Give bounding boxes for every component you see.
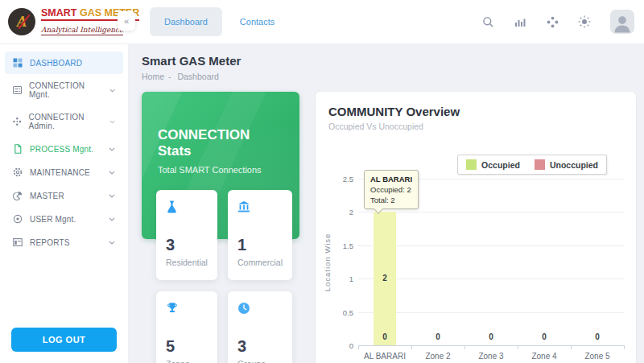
logo-icon: A (8, 8, 35, 35)
sidebar-item-label: REPORTS (30, 238, 70, 247)
stat-tiles: 3 Residential 1 Commercial 5 Zones (156, 190, 285, 363)
search-icon[interactable] (481, 15, 494, 28)
stat-tile-groups[interactable]: 3 Groups (228, 291, 292, 363)
tooltip-title: AL BARARI (370, 175, 412, 184)
tooltip-line: Total: 2 (370, 196, 412, 204)
sidebar-item-label: CONNECTION Admin. (29, 113, 102, 130)
connection-stats-section: CONNECTION Stats Total SMART Connections… (142, 92, 299, 363)
stat-value: 3 (237, 337, 283, 356)
stats-card-title: CONNECTION Stats (158, 127, 283, 159)
gridline (358, 312, 624, 313)
logo-letter: A (17, 13, 27, 31)
gridline (358, 278, 624, 279)
stat-label: Residential (166, 258, 208, 267)
chart-card: COMMUNITY Overview Occupied Vs Unoccupie… (316, 92, 636, 363)
tab-dashboard[interactable]: Dashboard (150, 7, 222, 36)
logout-button[interactable]: LOG OUT (11, 328, 117, 352)
report-icon (13, 237, 23, 247)
x-axis-tick (464, 345, 465, 349)
top-actions (481, 10, 634, 34)
stat-label: Zones (166, 359, 208, 363)
chevron-down-icon (109, 241, 115, 245)
list-card-icon (13, 85, 22, 95)
y-tick-label: 0.5 (321, 308, 353, 317)
breadcrumb-separator: - (168, 72, 171, 81)
sidebar: DASHBOARD CONNECTION Mgnt. CONNECTION Ad… (0, 44, 129, 363)
trophy-icon (166, 302, 208, 316)
bar-value-label: 0 (533, 332, 555, 341)
sidebar-item-process-mgnt[interactable]: PROCESS Mgnt. (5, 138, 123, 160)
sidebar-item-master[interactable]: MASTER (5, 184, 123, 207)
chart-tooltip: AL BARARI Occupied: 2 Total: 2 (364, 170, 419, 209)
chevron-down-icon (109, 217, 115, 221)
sidebar-item-reports[interactable]: REPORTS (5, 231, 123, 254)
brand-tagline: Analytical Intelligence (41, 27, 123, 35)
tooltip-line: Occupied: 2 (370, 185, 412, 194)
user-icon (13, 214, 23, 224)
gridline (358, 245, 624, 246)
breadcrumb-current: Dashboard (177, 72, 218, 81)
grid-icon (13, 58, 23, 68)
x-axis-tick (411, 345, 412, 349)
sidebar-item-label: CONNECTION Mgnt. (29, 81, 102, 99)
chevron-down-icon (109, 171, 115, 175)
dots-icon (13, 117, 22, 126)
y-axis-title: Location Wise (323, 233, 332, 291)
sidebar-item-label: PROCESS Mgnt. (30, 145, 93, 154)
x-category-label: Zone 5 (571, 352, 624, 361)
chart-plot-area: 00.511.522.5AL BARARIZone 2Zone 3Zone 4Z… (316, 92, 636, 363)
sidebar-item-user-mgnt[interactable]: USER Mgnt. (5, 208, 123, 230)
sidebar-item-maintenance[interactable]: MAINTENANCE (5, 161, 123, 184)
chevron-down-icon (109, 194, 115, 198)
x-category-label: Zone 3 (464, 352, 518, 361)
stat-value: 3 (166, 236, 208, 254)
x-category-label: Zone 2 (411, 352, 464, 361)
x-axis-tick (518, 345, 518, 349)
gridline (358, 212, 624, 212)
collapse-chevrons-icon: « (124, 16, 129, 26)
apps-icon[interactable] (546, 15, 559, 28)
stat-tile-residential[interactable]: 3 Residential (156, 190, 217, 280)
sidebar-item-label: USER Mgnt. (30, 215, 76, 224)
bar-value-label: 2 (374, 274, 396, 283)
stat-label: Groups (237, 359, 283, 363)
x-axis-tick (358, 345, 359, 349)
stat-tile-zones[interactable]: 5 Zones (156, 291, 217, 363)
flask-icon (166, 200, 208, 215)
pie-icon (13, 191, 23, 200)
sidebar-item-dashboard[interactable]: DASHBOARD (5, 52, 123, 74)
user-avatar[interactable] (610, 10, 634, 34)
sidebar-item-label: DASHBOARD (30, 59, 82, 68)
bank-icon (237, 200, 283, 215)
breadcrumb: Home- Dashboard (142, 72, 636, 81)
breadcrumb-home[interactable]: Home (142, 72, 164, 81)
bar-value-label: 0 (480, 332, 502, 341)
brand-name-primary: SMART (41, 7, 76, 19)
chevron-down-icon (109, 147, 115, 151)
sidebar-item-label: MASTER (30, 192, 64, 200)
y-tick-label: 2 (321, 208, 353, 217)
clock-icon (237, 302, 283, 316)
main-content: Smart GAS Meter Home- Dashboard CONNECTI… (129, 44, 644, 363)
top-bar: A SMART GAS METER Analytical Intelligenc… (0, 0, 644, 44)
stat-value: 5 (166, 337, 208, 356)
tab-contacts[interactable]: Contacts (225, 7, 289, 36)
sidebar-item-connection-mgnt[interactable]: CONNECTION Mgnt. (5, 75, 123, 105)
stat-value: 1 (237, 236, 283, 254)
sidebar-item-label: MAINTENANCE (30, 168, 90, 177)
stats-icon[interactable] (514, 15, 526, 28)
top-nav-tabs: Dashboard Contacts (150, 7, 289, 36)
app-logo[interactable]: A SMART GAS METER Analytical Intelligenc… (0, 8, 129, 36)
person-icon (612, 13, 633, 34)
sidebar-item-connection-admin[interactable]: CONNECTION Admin. (5, 106, 123, 137)
page-title: Smart GAS Meter (142, 54, 636, 68)
sidebar-collapse-button[interactable]: « (118, 11, 135, 31)
gear-icon (13, 167, 23, 177)
x-category-label: AL BARARI (358, 352, 411, 361)
y-tick-label: 0 (321, 341, 353, 350)
bar-value-label: 0 (427, 332, 449, 341)
brightness-icon[interactable] (578, 15, 591, 28)
bar-value-label: 0 (586, 332, 609, 341)
stats-card-subtitle: Total SMART Connections (158, 165, 283, 175)
stat-tile-commercial[interactable]: 1 Commercial (228, 190, 292, 280)
